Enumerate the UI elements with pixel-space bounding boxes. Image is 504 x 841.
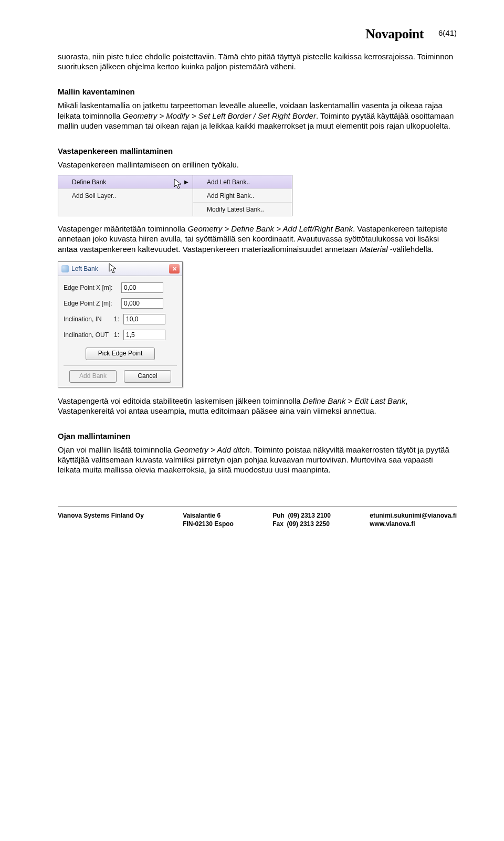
context-menu-screenshot: Define Bank ▶ Add Soil Layer.. Add Left … [58, 175, 457, 216]
inclination-out-input[interactable] [123, 330, 165, 340]
menu-path-italic: Geometry > Modify > Set Left Border / Se… [122, 111, 316, 120]
tab-name-italic: Material [360, 245, 387, 254]
left-bank-dialog: Left Bank ✕ Edge Point X [m]: Edge Point… [58, 261, 183, 387]
menu-add-soil-layer[interactable]: Add Soil Layer.. [58, 189, 193, 202]
novapoint-logo: Novapoint [365, 26, 424, 42]
footer-company: Vianova Systems Finland Oy [58, 511, 144, 528]
sec2-p2: Vastapenger määritetään toiminnolla Geom… [58, 224, 457, 254]
menu-add-left-bank[interactable]: Add Left Bank.. [193, 175, 292, 189]
page-header: Novapoint 6(41) [58, 26, 457, 42]
add-bank-button[interactable]: Add Bank [69, 370, 117, 383]
menu-label: Add Right Bank.. [207, 192, 254, 199]
intro-paragraph: suorasta, niin piste tulee ehdolle poist… [58, 51, 457, 71]
cursor-icon [174, 178, 183, 190]
section-title-kaventaminen: Mallin kaventaminen [58, 87, 457, 96]
menu-path-italic: Define Bank > Edit Last Bank [303, 396, 406, 405]
footer-phone-line: Puh (09) 2313 2100 [272, 512, 331, 519]
submenu-arrow-icon: ▶ [184, 179, 188, 185]
cancel-button[interactable]: Cancel [124, 370, 171, 383]
menu-modify-latest-bank[interactable]: Modify Latest Bank.. [193, 203, 292, 216]
text: Ojan voi malliin lisätä toiminnolla [58, 445, 174, 454]
footer-phone: Puh (09) 2313 2100 Fax (09) 2313 2250 [272, 511, 331, 528]
pick-edge-point-button[interactable]: Pick Edge Point [86, 348, 155, 360]
page-number: 6(41) [438, 26, 457, 37]
edge-z-input[interactable] [121, 298, 163, 309]
menu-add-right-bank[interactable]: Add Right Bank.. [193, 189, 292, 203]
sec1-paragraph: Mikäli laskentamallia on jatkettu tarpee… [58, 100, 457, 131]
text: -välilehdellä. [387, 245, 434, 254]
field-label-edgez: Edge Point Z [m]: [64, 300, 118, 307]
menu-path-italic: Geometry > Add ditch [174, 445, 250, 454]
dialog-title: Left Bank [71, 265, 98, 272]
footer-addr1: Vaisalantie 6 [183, 512, 220, 519]
cursor-icon [109, 263, 118, 275]
sec2-p3: Vastapengertä voi editoida stabiliteetin… [58, 396, 457, 416]
footer-web: www.vianova.fi [370, 520, 415, 528]
footer-contact: etunimi.sukunimi@vianova.fi www.vianova.… [370, 511, 457, 528]
section-title-vastapenkere: Vastapenkereen mallintaminen [58, 146, 457, 155]
field-label-edgex: Edge Point X [m]: [64, 284, 118, 291]
menu-label: Define Bank [72, 178, 106, 186]
close-icon[interactable]: ✕ [169, 264, 180, 274]
footer-address: Vaisalantie 6 FIN-02130 Espoo [183, 511, 234, 528]
field-label-incl-out: Inclination, OUT [64, 331, 110, 339]
text: Vastapengertä voi editoida stabiliteetin… [58, 396, 303, 405]
menu-label: Add Soil Layer.. [72, 192, 116, 199]
page-footer: Vianova Systems Finland Oy Vaisalantie 6… [58, 511, 457, 528]
sec3-p1: Ojan voi malliin lisätä toiminnolla Geom… [58, 445, 457, 475]
menu-path-italic: Geometry > Define Bank > Add Left/Right … [187, 224, 353, 233]
menu-define-bank[interactable]: Define Bank ▶ [58, 175, 193, 189]
footer-addr2: FIN-02130 Espoo [183, 520, 234, 528]
footer-email: etunimi.sukunimi@vianova.fi [370, 512, 457, 519]
text: Vastapenger määritetään toiminnolla [58, 224, 187, 233]
inclination-in-input[interactable] [123, 314, 165, 324]
footer-divider [58, 507, 457, 507]
section-title-oja: Ojan mallintaminen [58, 432, 457, 440]
footer-fax-line: Fax (09) 2313 2250 [272, 520, 330, 528]
ratio-label: 1: [113, 316, 120, 323]
sec2-p1: Vastapenkereen mallintamiseen on erillin… [58, 160, 457, 170]
menu-label: Modify Latest Bank.. [207, 206, 264, 213]
ratio-label: 1: [113, 331, 120, 339]
edge-x-input[interactable] [121, 282, 163, 293]
dialog-title-bar[interactable]: Left Bank ✕ [58, 262, 182, 276]
menu-label: Add Left Bank.. [207, 178, 250, 186]
dialog-app-icon [61, 265, 69, 272]
field-label-incl-in: Inclination, IN [64, 316, 110, 323]
